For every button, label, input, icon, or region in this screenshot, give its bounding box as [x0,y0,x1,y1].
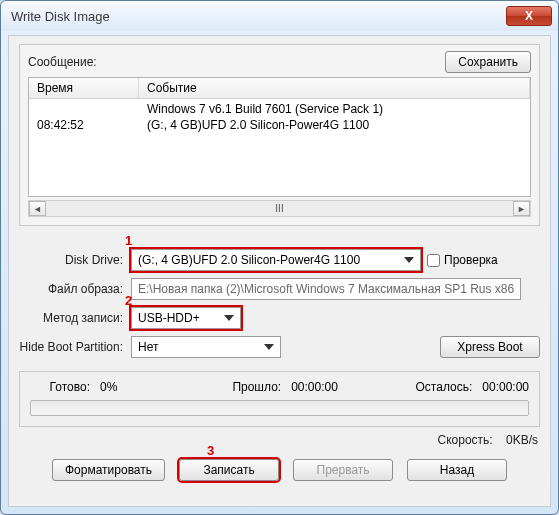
write-method-label: Метод записи: [19,311,131,325]
write-button[interactable]: Записать [179,459,279,481]
window: Write Disk Image X Сообщение: Сохранить … [0,0,559,515]
hide-partition-row: Hide Boot Partition: Нет Xpress Boot [19,336,540,358]
scroll-right-icon[interactable]: ► [513,201,530,216]
log-header: Время Событие [29,78,530,99]
format-button[interactable]: Форматировать [52,459,165,481]
cell-event: Windows 7 v6.1 Build 7601 (Service Pack … [139,101,530,117]
write-method-select[interactable]: USB-HDD+ [131,307,241,329]
xpress-boot-button[interactable]: Xpress Boot [440,336,540,358]
remaining-value: 00:00:00 [482,380,529,394]
progress-bar [30,400,529,416]
table-row[interactable]: 08:42:52 (G:, 4 GB)UFD 2.0 Silicon-Power… [29,117,530,133]
speed-value: 0KB/s [506,433,538,447]
annotation-2: 2 [125,293,132,308]
save-button[interactable]: Сохранить [445,51,531,73]
scroll-track[interactable]: III [46,203,513,214]
verify-checkbox-wrap[interactable]: Проверка [427,253,498,267]
cell-time: 08:42:52 [29,117,139,133]
annotation-3: 3 [207,443,214,458]
horizontal-scrollbar[interactable]: ◄ III ► [28,200,531,217]
verify-label: Проверка [444,253,498,267]
annotation-1: 1 [125,233,132,248]
image-file-field[interactable] [131,278,521,300]
disk-drive-label: Disk Drive: [19,253,131,267]
close-button[interactable]: X [506,6,552,26]
footer-buttons: 3 Форматировать Записать Прервать Назад [19,459,540,481]
ready-value: 0% [100,380,160,394]
message-panel: Сообщение: Сохранить Время Событие Windo… [19,44,540,226]
cell-event: (G:, 4 GB)UFD 2.0 Silicon-Power4G 1100 [139,117,530,133]
speed-label: Скорость: [437,433,492,447]
disk-drive-select[interactable]: (G:, 4 GB)UFD 2.0 Silicon-Power4G 1100 [131,249,421,271]
client-area: Сообщение: Сохранить Время Событие Windo… [8,35,551,507]
ready-label: Готово: [30,380,100,394]
col-event-header[interactable]: Событие [139,78,530,98]
cell-time [29,101,139,117]
write-method-row: 2 Метод записи: USB-HDD+ [19,307,540,329]
table-row[interactable]: Windows 7 v6.1 Build 7601 (Service Pack … [29,101,530,117]
image-file-row: Файл образа: [19,278,540,300]
close-icon: X [525,9,533,23]
abort-button[interactable]: Прервать [293,459,393,481]
col-time-header[interactable]: Время [29,78,139,98]
image-file-label: Файл образа: [19,282,131,296]
hide-partition-select[interactable]: Нет [131,336,281,358]
speed-row: Скорость: 0KB/s [21,433,538,447]
elapsed-value: 00:00:00 [291,380,351,394]
log-table: Время Событие Windows 7 v6.1 Build 7601 … [28,77,531,197]
remaining-label: Осталось: [412,380,482,394]
log-body: Windows 7 v6.1 Build 7601 (Service Pack … [29,99,530,135]
window-title: Write Disk Image [7,9,506,24]
progress-panel: Готово: 0% Прошло: 00:00:00 Осталось: 00… [19,371,540,427]
hide-partition-label: Hide Boot Partition: [19,340,131,354]
titlebar: Write Disk Image X [1,1,558,31]
scroll-left-icon[interactable]: ◄ [29,201,46,216]
elapsed-label: Прошло: [221,380,291,394]
back-button[interactable]: Назад [407,459,507,481]
progress-stats-row: Готово: 0% Прошло: 00:00:00 Осталось: 00… [30,380,529,394]
form-area: 1 Disk Drive: (G:, 4 GB)UFD 2.0 Silicon-… [19,242,540,365]
message-label: Сообщение: [28,55,445,69]
verify-checkbox[interactable] [427,254,440,267]
disk-drive-row: 1 Disk Drive: (G:, 4 GB)UFD 2.0 Silicon-… [19,249,540,271]
